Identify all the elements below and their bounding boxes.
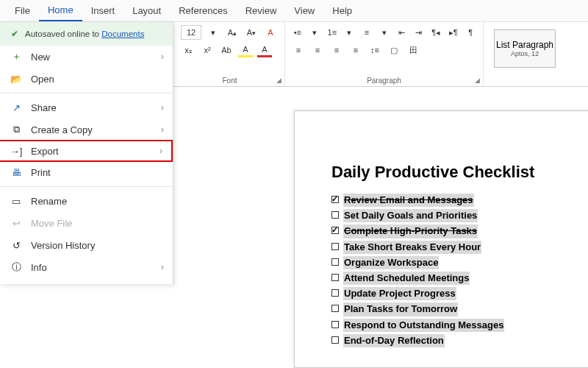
subscript-icon[interactable]: x₂ — [181, 43, 196, 57]
strikethrough-icon[interactable]: Ab — [219, 43, 234, 57]
align-right-icon[interactable]: ≡ — [329, 43, 344, 57]
autosave-banner: ✔ Autosaved online to Documents — [0, 22, 173, 46]
paragraph-launcher-icon[interactable]: ◢ — [475, 77, 480, 84]
menu-info[interactable]: ⓘInfo› — [0, 256, 173, 278]
dropdown-icon[interactable]: ▾ — [309, 25, 322, 40]
checklist-item[interactable]: Organize Workspace — [331, 256, 573, 269]
checkbox-icon[interactable] — [331, 211, 339, 219]
checklist-text: Update Project Progress — [343, 287, 456, 300]
checklist-text: Set Daily Goals and Priorities — [343, 209, 478, 222]
checkbox-icon[interactable] — [331, 196, 339, 203]
menu-history[interactable]: ↺Version History — [0, 234, 173, 256]
checklist-text: Complete High-Priority Tasks — [343, 224, 478, 238]
tab-bar: File Home Insert Layout References Revie… — [0, 0, 588, 22]
align-center-icon[interactable]: ≡ — [310, 43, 325, 57]
dropdown-icon[interactable]: ▾ — [343, 25, 356, 40]
shading-icon[interactable]: ▢ — [387, 43, 401, 57]
plus-icon: ＋ — [10, 51, 22, 63]
font-size-box[interactable]: 12 — [181, 25, 201, 40]
copy-icon: ⧉ — [10, 124, 22, 135]
tab-view[interactable]: View — [285, 1, 323, 21]
checklist-text: End-of-Day Reflection — [343, 334, 445, 347]
checklist-text: Respond to Outstanding Messages — [343, 319, 504, 332]
checklist-item[interactable]: Plan Tasks for Tomorrow — [331, 302, 573, 316]
tab-review[interactable]: Review — [237, 1, 286, 21]
checkbox-icon[interactable] — [331, 227, 339, 234]
font-color-icon[interactable]: A — [257, 43, 272, 57]
chevron-right-icon: › — [161, 262, 164, 272]
ribbon-group-styles: List Paragraph Aptos, 12 — [484, 22, 588, 86]
menu-separator — [0, 93, 173, 93]
folder-icon: 📂 — [10, 73, 22, 85]
checklist-item[interactable]: Review Email and Messages — [331, 194, 573, 207]
rtl-icon[interactable]: ▸¶ — [447, 25, 460, 40]
checkbox-icon[interactable] — [331, 258, 339, 266]
align-left-icon[interactable]: ≡ — [291, 43, 306, 57]
move-icon: ↩ — [10, 217, 22, 229]
menu-share[interactable]: ↗Share› — [0, 96, 173, 118]
checkbox-icon[interactable] — [331, 305, 339, 312]
checklist-text: Organize Workspace — [343, 256, 439, 269]
numbering-icon[interactable]: 1≡ — [326, 25, 339, 40]
multilevel-icon[interactable]: ≡ — [360, 25, 373, 40]
checklist-item[interactable]: Update Project Progress — [331, 287, 573, 300]
checklist-text: Review Email and Messages — [343, 194, 474, 207]
menu-export[interactable]: →]Export› — [0, 140, 173, 162]
show-marks-icon[interactable]: ¶ — [464, 25, 477, 40]
checklist-item[interactable]: Complete High-Priority Tasks — [331, 224, 573, 238]
highlight-icon[interactable]: A — [238, 43, 253, 57]
document-page[interactable]: Daily Productive Checklist Review Email … — [294, 110, 588, 368]
grow-font-icon[interactable]: A▴ — [225, 25, 240, 40]
style-card[interactable]: List Paragraph Aptos, 12 — [494, 29, 556, 68]
font-launcher-icon[interactable]: ◢ — [276, 77, 282, 84]
checklist-item[interactable]: Attend Scheduled Meetings — [331, 272, 573, 285]
rename-icon: ▭ — [10, 195, 22, 207]
chevron-right-icon: › — [161, 102, 164, 113]
menu-copy[interactable]: ⧉Create a Copy› — [0, 118, 173, 141]
change-case-icon[interactable]: A — [263, 25, 278, 40]
tab-insert[interactable]: Insert — [82, 1, 124, 21]
bullets-icon[interactable]: •≡ — [291, 25, 304, 40]
borders-icon[interactable]: 田 — [406, 43, 420, 57]
tab-references[interactable]: References — [170, 1, 236, 21]
chevron-right-icon: › — [159, 146, 162, 156]
checkbox-icon[interactable] — [331, 243, 339, 250]
chevron-right-icon: › — [161, 52, 164, 62]
export-icon: →] — [10, 145, 22, 157]
checkbox-icon[interactable] — [331, 289, 339, 297]
ribbon-group-paragraph: •≡▾ 1≡▾ ≡▾ ⇤ ⇥ ¶◂ ▸¶ ¶ ≡ ≡ ≡ ≡ ↕≡ ▢ 田 Pa… — [285, 22, 484, 86]
checklist-item[interactable]: Set Daily Goals and Priorities — [331, 209, 573, 222]
doc-title: Daily Productive Checklist — [331, 163, 573, 182]
ltr-icon[interactable]: ¶◂ — [429, 25, 442, 40]
superscript-icon[interactable]: x² — [200, 43, 215, 57]
ribbon-group-font: 12 ▾ A▴ A▾ A x₂ x² Ab A A Font ◢ — [175, 22, 285, 86]
checklist-item[interactable]: Take Short Breaks Every Hour — [331, 241, 573, 254]
checkbox-icon[interactable] — [331, 321, 339, 328]
dropdown-icon[interactable]: ▾ — [378, 25, 391, 40]
checklist-item[interactable]: Respond to Outstanding Messages — [331, 319, 573, 332]
shrink-font-icon[interactable]: A▾ — [244, 25, 259, 40]
tab-help[interactable]: Help — [323, 1, 361, 21]
menu-rename[interactable]: ▭Rename — [0, 190, 173, 212]
menu-print[interactable]: 🖶Print — [0, 161, 173, 183]
dropdown-icon[interactable]: ▾ — [206, 25, 220, 40]
increase-indent-icon[interactable]: ⇥ — [412, 25, 426, 40]
checklist-item[interactable]: End-of-Day Reflection — [331, 334, 573, 347]
autosave-link[interactable]: Documents — [101, 29, 144, 38]
cloud-check-icon: ✔ — [9, 28, 21, 40]
paragraph-group-label: Paragraph — [285, 77, 483, 85]
tab-file[interactable]: File — [6, 1, 39, 21]
line-spacing-icon[interactable]: ↕≡ — [368, 43, 382, 57]
tab-home[interactable]: Home — [39, 0, 82, 21]
checkbox-icon[interactable] — [331, 274, 339, 281]
checklist-text: Plan Tasks for Tomorrow — [343, 302, 458, 316]
checkbox-icon[interactable] — [331, 336, 339, 344]
menu-new[interactable]: ＋New› — [0, 46, 173, 68]
checklist-text: Attend Scheduled Meetings — [343, 272, 470, 285]
tab-layout[interactable]: Layout — [123, 1, 170, 21]
decrease-indent-icon[interactable]: ⇤ — [395, 25, 408, 40]
print-icon: 🖶 — [10, 166, 22, 178]
menu-open[interactable]: 📂Open — [0, 68, 173, 90]
chevron-right-icon: › — [161, 124, 164, 135]
justify-icon[interactable]: ≡ — [348, 43, 363, 57]
